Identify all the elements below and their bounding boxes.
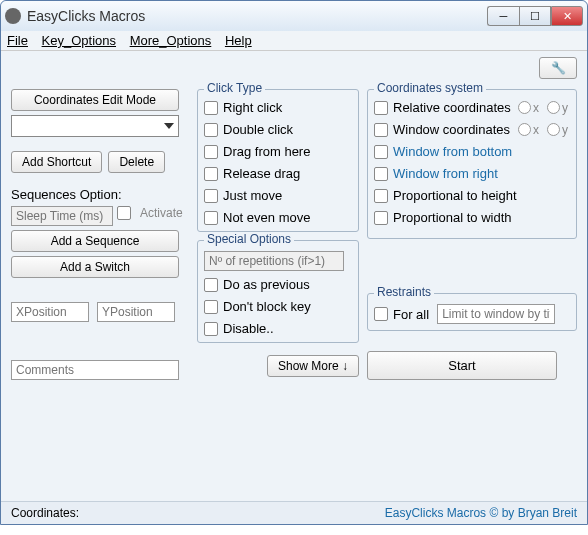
show-more-button[interactable]: Show More ↓ xyxy=(267,355,359,377)
app-icon xyxy=(5,8,21,24)
titlebar[interactable]: EasyClicks Macros ─ ☐ ✕ xyxy=(1,1,587,31)
release-drag-label: Release drag xyxy=(223,166,300,181)
menu-key-options[interactable]: Key_Options xyxy=(42,33,116,48)
for-all-label: For all xyxy=(393,307,429,322)
window-title: EasyClicks Macros xyxy=(27,8,487,24)
window-right-checkbox[interactable] xyxy=(374,167,388,181)
just-move-checkbox[interactable] xyxy=(204,189,218,203)
y-label-2: y xyxy=(562,123,568,137)
window-bottom-checkbox[interactable] xyxy=(374,145,388,159)
drag-from-label: Drag from here xyxy=(223,144,310,159)
menu-help[interactable]: Help xyxy=(225,33,252,48)
not-move-label: Not even move xyxy=(223,210,310,225)
coordinates-system-group: Coordinates system Relative coordinatesx… xyxy=(367,89,577,239)
special-options-group: Special Options Do as previous Don't blo… xyxy=(197,240,359,343)
xposition-input[interactable] xyxy=(11,302,89,322)
relative-coord-label: Relative coordinates xyxy=(393,100,512,115)
relative-y-radio[interactable] xyxy=(547,101,560,114)
tool-button[interactable]: 🔧 xyxy=(539,57,577,79)
disable-label: Disable.. xyxy=(223,321,274,336)
double-click-checkbox[interactable] xyxy=(204,123,218,137)
dont-block-checkbox[interactable] xyxy=(204,300,218,314)
menu-more-options[interactable]: More_Options xyxy=(130,33,212,48)
restraints-group: Restraints For all xyxy=(367,293,577,331)
sequences-option-label: Sequences Option: xyxy=(11,187,189,202)
window-y-radio[interactable] xyxy=(547,123,560,136)
do-previous-checkbox[interactable] xyxy=(204,278,218,292)
gear-icon: 🔧 xyxy=(550,61,566,73)
click-type-group: Click Type Right click Double click Drag… xyxy=(197,89,359,232)
coordinates-status: Coordinates: xyxy=(11,506,79,520)
window-bottom-label: Window from bottom xyxy=(393,144,512,159)
coordinates-system-title: Coordinates system xyxy=(374,81,486,95)
macro-select[interactable] xyxy=(11,115,179,137)
add-sequence-button[interactable]: Add a Sequence xyxy=(11,230,179,252)
chevron-down-icon xyxy=(164,123,174,129)
restraints-title: Restraints xyxy=(374,285,434,299)
activate-checkbox[interactable] xyxy=(117,206,131,220)
menu-file[interactable]: File xyxy=(7,33,28,48)
y-label: y xyxy=(562,101,568,115)
minimize-button[interactable]: ─ xyxy=(487,6,519,26)
x-label-2: x xyxy=(533,123,539,137)
sleep-time-input[interactable] xyxy=(11,206,113,226)
prop-height-label: Proportional to height xyxy=(393,188,517,203)
window-coord-checkbox[interactable] xyxy=(374,123,388,137)
relative-x-radio[interactable] xyxy=(518,101,531,114)
right-click-checkbox[interactable] xyxy=(204,101,218,115)
yposition-input[interactable] xyxy=(97,302,175,322)
release-drag-checkbox[interactable] xyxy=(204,167,218,181)
limit-window-input[interactable] xyxy=(437,304,555,324)
for-all-checkbox[interactable] xyxy=(374,307,388,321)
not-move-checkbox[interactable] xyxy=(204,211,218,225)
relative-coord-checkbox[interactable] xyxy=(374,101,388,115)
menubar: File Key_Options More_Options Help xyxy=(1,31,587,51)
window-right-label: Window from right xyxy=(393,166,498,181)
do-previous-label: Do as previous xyxy=(223,277,310,292)
prop-width-checkbox[interactable] xyxy=(374,211,388,225)
coordinates-edit-mode-button[interactable]: Coordinates Edit Mode xyxy=(11,89,179,111)
drag-from-checkbox[interactable] xyxy=(204,145,218,159)
window-x-radio[interactable] xyxy=(518,123,531,136)
disable-checkbox[interactable] xyxy=(204,322,218,336)
double-click-label: Double click xyxy=(223,122,293,137)
right-click-label: Right click xyxy=(223,100,282,115)
add-switch-button[interactable]: Add a Switch xyxy=(11,256,179,278)
click-type-title: Click Type xyxy=(204,81,265,95)
special-options-title: Special Options xyxy=(204,232,294,246)
close-button[interactable]: ✕ xyxy=(551,6,583,26)
dont-block-label: Don't block key xyxy=(223,299,311,314)
maximize-button[interactable]: ☐ xyxy=(519,6,551,26)
comments-input[interactable] xyxy=(11,360,179,380)
credits-label: EasyClicks Macros © by Bryan Breit xyxy=(385,506,577,520)
window-coord-label: Window coordinates xyxy=(393,122,512,137)
just-move-label: Just move xyxy=(223,188,282,203)
add-shortcut-button[interactable]: Add Shortcut xyxy=(11,151,102,173)
start-button[interactable]: Start xyxy=(367,351,557,380)
delete-button[interactable]: Delete xyxy=(108,151,165,173)
prop-width-label: Proportional to width xyxy=(393,210,512,225)
activate-label: Activate xyxy=(140,206,183,226)
repetitions-input[interactable] xyxy=(204,251,344,271)
prop-height-checkbox[interactable] xyxy=(374,189,388,203)
x-label: x xyxy=(533,101,539,115)
